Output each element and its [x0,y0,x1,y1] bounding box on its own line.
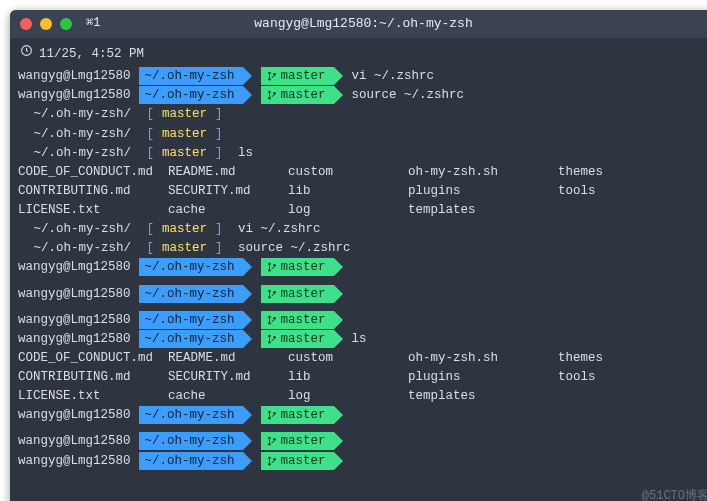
svg-point-15 [273,317,276,320]
branch-segment: master [261,330,334,348]
terminal-window: ⌘1 wangyg@Lmg12580:~/.oh-my-zsh 11/25, 4… [10,10,707,501]
watermark: @51CTO博客 [642,488,707,501]
svg-point-26 [268,462,271,465]
svg-point-20 [268,417,271,420]
path-segment: ~/.oh-my-zsh [139,311,243,329]
svg-point-13 [268,315,271,318]
svg-point-7 [268,263,271,266]
prompt-line: wangyg@Lmg12580 ~/.oh-my-zsh master [18,452,707,470]
host-label: wangyg@Lmg12580 [18,432,131,450]
ls-row: CODE_OF_CONDUCT.mdREADME.mdcustomoh-my-z… [18,349,707,367]
prompt-line: wangyg@Lmg12580 ~/.oh-my-zsh master [18,406,707,424]
clock-icon [20,44,33,63]
command-text: source ~/.zshrc [231,239,351,257]
plain-prompt: ~/.oh-my-zsh/ [master] source ~/.zshrc [18,239,707,257]
svg-point-14 [268,322,271,325]
command-text: source ~/.zshrc [352,86,465,104]
plain-prompt: ~/.oh-my-zsh/ [master] [18,105,707,123]
svg-point-16 [268,334,271,337]
titlebar: ⌘1 wangyg@Lmg12580:~/.oh-my-zsh [10,10,707,38]
svg-point-22 [268,437,271,440]
svg-point-4 [268,91,271,94]
branch-segment: master [261,452,334,470]
branch-segment: master [261,285,334,303]
ls-row: CONTRIBUTING.mdSECURITY.mdlibpluginstool… [18,368,707,386]
svg-point-27 [273,457,276,460]
branch-segment: master [261,86,334,104]
minimize-icon[interactable] [40,18,52,30]
host-label: wangyg@Lmg12580 [18,86,131,104]
command-text: vi ~/.zshrc [231,220,321,238]
svg-point-6 [273,92,276,95]
path-segment: ~/.oh-my-zsh [139,330,243,348]
branch-segment: master [261,311,334,329]
prompt-line: wangyg@Lmg12580 ~/.oh-my-zsh master vi ~… [18,67,707,85]
svg-point-17 [268,341,271,344]
svg-point-21 [273,412,276,415]
branch-segment: master [261,258,334,276]
window-controls [20,18,72,30]
plain-prompt: ~/.oh-my-zsh/ [master] ls [18,144,707,162]
path-segment: ~/.oh-my-zsh [139,406,243,424]
svg-point-11 [268,295,271,298]
prompt-line: wangyg@Lmg12580 ~/.oh-my-zsh master sour… [18,86,707,104]
svg-point-8 [268,269,271,272]
host-label: wangyg@Lmg12580 [18,330,131,348]
svg-point-23 [268,443,271,446]
svg-point-10 [268,289,271,292]
path-segment: ~/.oh-my-zsh [139,258,243,276]
command-text: ls [231,144,254,162]
prompt-line: wangyg@Lmg12580 ~/.oh-my-zsh master [18,432,707,450]
command-text: vi ~/.zshrc [352,67,435,85]
svg-point-5 [268,97,271,100]
svg-point-9 [273,264,276,267]
host-label: wangyg@Lmg12580 [18,406,131,424]
path-segment: ~/.oh-my-zsh [139,67,243,85]
svg-point-18 [273,336,276,339]
ls-row: CODE_OF_CONDUCT.mdREADME.mdcustomoh-my-z… [18,163,707,181]
prompt-line: wangyg@Lmg12580 ~/.oh-my-zsh master ls [18,330,707,348]
svg-point-25 [268,456,271,459]
path-segment: ~/.oh-my-zsh [139,432,243,450]
branch-segment: master [261,67,334,85]
prompt-line: wangyg@Lmg12580 ~/.oh-my-zsh master [18,311,707,329]
svg-point-24 [273,438,276,441]
host-label: wangyg@Lmg12580 [18,311,131,329]
plain-prompt: ~/.oh-my-zsh/ [master] vi ~/.zshrc [18,220,707,238]
host-label: wangyg@Lmg12580 [18,258,131,276]
path-segment: ~/.oh-my-zsh [139,452,243,470]
host-label: wangyg@Lmg12580 [18,285,131,303]
svg-point-2 [268,78,271,81]
host-label: wangyg@Lmg12580 [18,452,131,470]
timestamp-row: 11/25, 4:52 PM [20,44,707,63]
ls-row: LICENSE.txtcachelogtemplates [18,201,707,219]
plain-prompt: ~/.oh-my-zsh/ [master] [18,125,707,143]
window-title: wangyg@Lmg12580:~/.oh-my-zsh [10,15,707,34]
svg-point-19 [268,411,271,414]
tab-hint: ⌘1 [86,15,100,32]
branch-segment: master [261,406,334,424]
path-segment: ~/.oh-my-zsh [139,285,243,303]
ls-row: LICENSE.txtcachelogtemplates [18,387,707,405]
ls-row: CONTRIBUTING.mdSECURITY.mdlibpluginstool… [18,182,707,200]
svg-point-3 [273,73,276,76]
terminal-body[interactable]: 11/25, 4:52 PM wangyg@Lmg12580 ~/.oh-my-… [10,38,707,479]
zoom-icon[interactable] [60,18,72,30]
prompt-line: wangyg@Lmg12580 ~/.oh-my-zsh master [18,258,707,276]
path-segment: ~/.oh-my-zsh [139,86,243,104]
branch-segment: master [261,432,334,450]
timestamp-text: 11/25, 4:52 PM [39,45,144,63]
svg-point-12 [273,290,276,293]
host-label: wangyg@Lmg12580 [18,67,131,85]
close-icon[interactable] [20,18,32,30]
prompt-line: wangyg@Lmg12580 ~/.oh-my-zsh master [18,285,707,303]
command-text: ls [352,330,367,348]
svg-point-1 [268,72,271,75]
